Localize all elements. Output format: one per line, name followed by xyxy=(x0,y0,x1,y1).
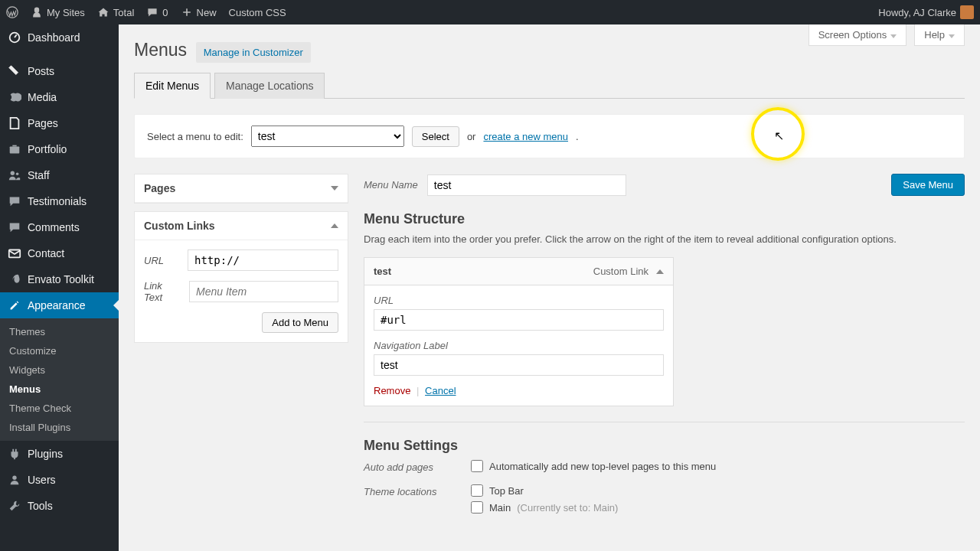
nav-tabs: Edit Menus Manage Locations xyxy=(134,72,965,99)
comments-link[interactable]: 0 xyxy=(146,6,168,18)
chevron-down-icon xyxy=(331,186,338,191)
autoadd-label: Auto add pages xyxy=(364,460,471,473)
sidebar-item-comments[interactable]: Comments xyxy=(0,214,119,240)
sidebar-label: Envato Toolkit xyxy=(28,273,94,285)
menu-item-cancel-link[interactable]: Cancel xyxy=(425,385,456,396)
chevron-down-icon xyxy=(890,34,897,38)
menu-item-remove-link[interactable]: Remove xyxy=(374,385,410,396)
menu-item-navlabel-label: Navigation Label xyxy=(374,340,664,351)
menu-item: test Custom Link URL Navigation Label Re… xyxy=(364,257,674,406)
sidebar-label: Comments xyxy=(28,221,80,233)
loc-topbar-checkbox[interactable] xyxy=(471,484,483,497)
create-new-menu-link[interactable]: create a new menu xyxy=(483,131,568,142)
sidebar-sub-widgets[interactable]: Widgets xyxy=(0,360,119,380)
sidebar-item-dashboard[interactable]: Dashboard xyxy=(0,24,119,51)
help-button[interactable]: Help xyxy=(914,24,965,46)
url-label: URL xyxy=(144,255,180,266)
sidebar-item-users[interactable]: Users xyxy=(0,467,119,493)
menu-item-navlabel-input[interactable] xyxy=(374,354,664,376)
sidebar-label: Tools xyxy=(28,500,53,512)
sidebar-item-portfolio[interactable]: Portfolio xyxy=(0,136,119,162)
select-menu-button[interactable]: Select xyxy=(412,126,459,147)
sidebar-label: Posts xyxy=(28,65,54,77)
sidebar-item-envato[interactable]: Envato Toolkit xyxy=(0,266,119,292)
cursor-icon: ↖ xyxy=(774,129,784,143)
menu-structure-heading: Menu Structure xyxy=(364,211,965,227)
autoadd-checkbox[interactable] xyxy=(471,460,483,472)
metabox-pages-toggle[interactable]: Pages xyxy=(135,174,348,203)
menu-structure-column: Menu Name Save Menu Menu Structure Drag … xyxy=(364,174,965,526)
svg-point-6 xyxy=(12,476,16,480)
my-sites-label: My Sites xyxy=(47,7,85,18)
dot: . xyxy=(576,131,579,142)
chevron-up-icon xyxy=(656,269,664,274)
sidebar-sub-themes[interactable]: Themes xyxy=(0,322,119,341)
my-sites-link[interactable]: My Sites xyxy=(31,6,85,18)
site-home-link[interactable]: Total xyxy=(97,6,134,18)
menu-item-url-label: URL xyxy=(374,295,664,306)
sidebar-sub-customize[interactable]: Customize xyxy=(0,341,119,360)
sidebar-item-media[interactable]: Media xyxy=(0,84,119,110)
menu-item-url-input[interactable] xyxy=(374,309,664,331)
avatar xyxy=(960,5,974,19)
sidebar-label: Dashboard xyxy=(28,31,80,44)
site-name-label: Total xyxy=(113,7,134,18)
sidebar-sub-menus[interactable]: Menus xyxy=(0,380,119,399)
sidebar-label: Portfolio xyxy=(28,143,67,155)
sidebar-item-pages[interactable]: Pages xyxy=(0,110,119,136)
screen-options-button[interactable]: Screen Options xyxy=(808,24,907,46)
sidebar-label: Users xyxy=(28,474,56,486)
admin-toolbar: My Sites Total 0 New Custom CSS Howdy, A… xyxy=(0,0,980,24)
save-menu-button[interactable]: Save Menu xyxy=(891,174,965,196)
sidebar-label: Testimonials xyxy=(28,195,87,207)
howdy-label: Howdy, AJ Clarke xyxy=(878,7,956,18)
metabox-customlinks-toggle[interactable]: Custom Links xyxy=(135,212,348,240)
custom-css-link[interactable]: Custom CSS xyxy=(229,7,286,18)
sidebar-item-plugins[interactable]: Plugins xyxy=(0,441,119,467)
menu-name-input[interactable] xyxy=(427,174,626,196)
sidebar-submenu-appearance: Themes Customize Widgets Menus Theme Che… xyxy=(0,318,119,441)
screen-options-label: Screen Options xyxy=(818,29,887,41)
loc-main-label[interactable]: Main (Currently set to: Main) xyxy=(471,501,965,514)
custom-link-url-input[interactable] xyxy=(188,249,338,271)
linktext-label: Link Text xyxy=(144,280,181,303)
loc-topbar-text: Top Bar xyxy=(489,485,524,497)
sidebar-label: Plugins xyxy=(28,448,63,460)
loc-main-checkbox[interactable] xyxy=(471,501,483,514)
menu-select-panel: Select a menu to edit: test Select or cr… xyxy=(134,114,965,158)
sidebar-item-contact[interactable]: Contact xyxy=(0,240,119,266)
sidebar-label: Media xyxy=(28,91,57,103)
menu-select-dropdown[interactable]: test xyxy=(251,126,404,147)
user-greeting[interactable]: Howdy, AJ Clarke xyxy=(878,5,974,19)
menu-name-label: Menu Name xyxy=(364,179,418,191)
sidebar-sub-themecheck[interactable]: Theme Check xyxy=(0,399,119,418)
metabox-title: Pages xyxy=(144,182,175,194)
loc-topbar-label[interactable]: Top Bar xyxy=(471,484,965,497)
tab-edit-menus[interactable]: Edit Menus xyxy=(134,73,211,99)
sidebar-item-staff[interactable]: Staff xyxy=(0,162,119,188)
themeloc-label: Theme locations xyxy=(364,484,471,497)
tab-manage-locations[interactable]: Manage Locations xyxy=(214,73,325,99)
add-to-menu-button[interactable]: Add to Menu xyxy=(262,312,338,333)
custom-link-text-input[interactable] xyxy=(189,281,338,302)
sidebar-item-posts[interactable]: Posts xyxy=(0,58,119,84)
manage-customizer-link[interactable]: Manage in Customizer xyxy=(196,42,311,63)
svg-point-4 xyxy=(16,172,19,175)
loc-main-text: Main xyxy=(489,502,511,514)
sidebar-item-testimonials[interactable]: Testimonials xyxy=(0,188,119,214)
menu-item-bar[interactable]: test Custom Link xyxy=(364,257,674,285)
new-content-link[interactable]: New xyxy=(181,6,217,18)
sidebar-label: Staff xyxy=(28,169,50,181)
sidebar-sub-installplugins[interactable]: Install Plugins xyxy=(0,418,119,437)
sidebar-label: Pages xyxy=(28,117,58,129)
metabox-title: Custom Links xyxy=(144,220,215,232)
autoadd-text: Automatically add new top-level pages to… xyxy=(489,461,716,472)
loc-main-note: (Currently set to: Main) xyxy=(517,502,618,514)
sidebar-item-tools[interactable]: Tools xyxy=(0,493,119,519)
menu-settings-heading: Menu Settings xyxy=(364,438,965,454)
sidebar-item-appearance[interactable]: Appearance xyxy=(0,292,119,318)
admin-sidebar: Dashboard Posts Media Pages Portfolio St… xyxy=(0,24,119,551)
wp-logo[interactable] xyxy=(6,6,18,18)
comments-count: 0 xyxy=(162,7,168,18)
autoadd-checkbox-label[interactable]: Automatically add new top-level pages to… xyxy=(471,460,965,472)
